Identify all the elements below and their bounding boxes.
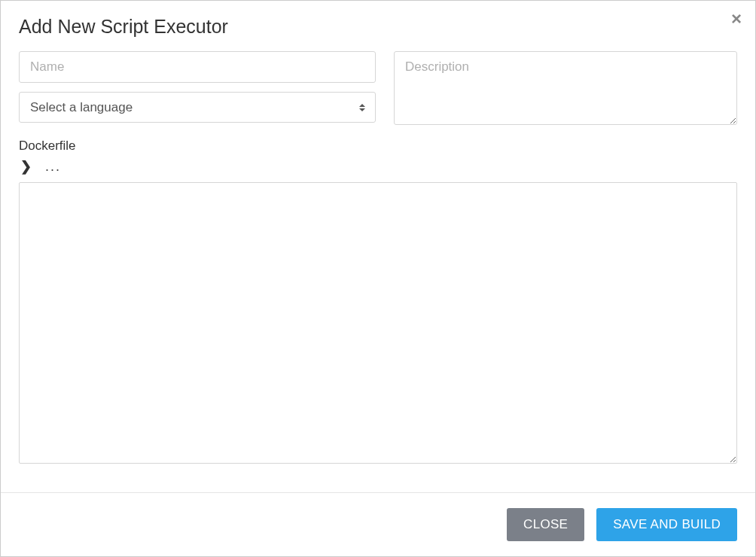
name-input[interactable] xyxy=(19,51,376,83)
language-select[interactable]: Select a language xyxy=(19,92,376,123)
add-script-executor-modal: × Add New Script Executor Select a langu… xyxy=(0,0,756,557)
modal-title: Add New Script Executor xyxy=(19,16,737,38)
save-and-build-button[interactable]: SAVE AND BUILD xyxy=(596,508,737,541)
dockerfile-fold-row: ❯ ... xyxy=(19,158,737,175)
form-left-column: Select a language xyxy=(19,51,376,128)
form-right-column xyxy=(394,51,737,128)
fold-ellipsis: ... xyxy=(45,159,61,175)
form-top-row: Select a language xyxy=(19,51,737,128)
language-select-wrap: Select a language xyxy=(19,92,376,123)
close-button[interactable]: CLOSE xyxy=(507,508,584,541)
modal-body: Add New Script Executor Select a languag… xyxy=(1,1,755,477)
close-icon[interactable]: × xyxy=(731,10,742,28)
description-textarea[interactable] xyxy=(394,51,737,125)
chevron-right-icon[interactable]: ❯ xyxy=(20,158,32,175)
modal-footer: CLOSE SAVE AND BUILD xyxy=(1,492,755,556)
dockerfile-label: Dockerfile xyxy=(19,138,737,154)
dockerfile-textarea[interactable] xyxy=(19,182,737,464)
